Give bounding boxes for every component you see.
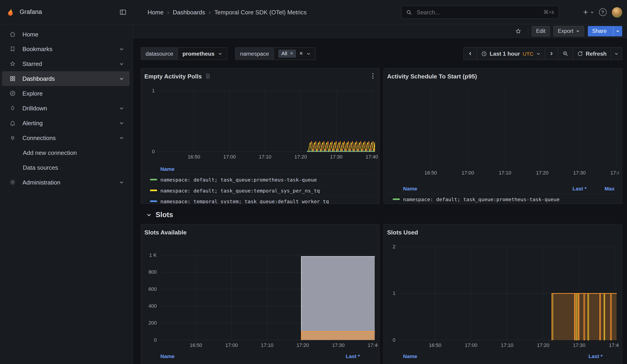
panel-menu-button[interactable] (370, 72, 376, 80)
time-shift-forward-button[interactable] (544, 48, 558, 60)
breadcrumb-separator-icon: › (209, 9, 211, 15)
svg-text:17:40: 17:40 (610, 170, 619, 176)
legend-row[interactable]: namespace: default; task_queue:prometheu… (144, 174, 376, 185)
breadcrumb-dashboards[interactable]: Dashboards (173, 9, 205, 15)
legend-sort-name[interactable]: Name (403, 353, 575, 359)
sidebar-nav: Home Bookmarks Starred (0, 24, 133, 364)
svg-text:17:00: 17:00 (223, 154, 236, 160)
variable-namespace-label: namespace (236, 48, 274, 60)
share-button: Share (588, 26, 622, 36)
timeseries-chart[interactable]: 16:5017:0017:1017:2017:3017:40012 (387, 239, 619, 349)
sidebar-item-label: Home (22, 31, 38, 38)
sidebar-item-data-sources[interactable]: Data sources (2, 160, 129, 175)
variable-datasource-label: datasource (141, 48, 178, 60)
time-shift-back-button[interactable] (464, 48, 476, 60)
refresh-button[interactable]: Refresh (573, 48, 611, 60)
sidebar-item-label: Administration (22, 179, 60, 186)
panel-title[interactable]: Slots Available (144, 228, 187, 235)
legend-row[interactable]: namespace: default; task_queue:temporal_… (144, 185, 376, 196)
sidebar-item-explore[interactable]: Explore (2, 86, 129, 101)
sidebar-item-administration[interactable]: Administration (2, 175, 129, 190)
top-bar: Grafana Home › Dashboards › Temporal Cor… (0, 0, 627, 24)
zoom-out-button[interactable] (558, 48, 573, 60)
legend-sort-name[interactable]: Name (160, 353, 332, 359)
chevron-down-icon (590, 10, 594, 14)
breadcrumb-home[interactable]: Home (148, 9, 163, 15)
legend-label: namespace: default; task_queue:prometheu… (403, 196, 563, 202)
compass-icon (9, 90, 16, 97)
variable-namespace-select[interactable]: All × × (274, 48, 315, 60)
svg-text:400: 400 (149, 303, 157, 309)
svg-text:800: 800 (149, 269, 157, 275)
sidebar-item-add-new-connection[interactable]: Add new connection (2, 145, 129, 160)
breadcrumb-separator-icon: › (167, 9, 169, 15)
panel-empty-activity-polls: Empty Activity Polls 16:5017:0017:1017:2… (141, 68, 379, 204)
favorite-star-button[interactable] (512, 25, 524, 37)
export-button[interactable]: Export (553, 26, 584, 36)
sidebar-item-drilldown[interactable]: Drilldown (2, 101, 129, 116)
edit-button[interactable]: Edit (532, 26, 550, 36)
panel-title[interactable]: Slots Used (387, 228, 418, 235)
sidebar-item-alerting[interactable]: Alerting (2, 116, 129, 130)
svg-text:17:10: 17:10 (261, 342, 273, 348)
help-button[interactable]: ? (597, 6, 609, 18)
chip-remove-icon[interactable]: × (290, 51, 293, 56)
chevron-down-icon (119, 76, 124, 81)
legend-sort-last[interactable]: Last * (575, 353, 603, 359)
brand-name[interactable]: Grafana (20, 8, 42, 16)
legend-sort-name[interactable]: Name (403, 186, 559, 192)
sidebar-item-bookmarks[interactable]: Bookmarks (2, 42, 129, 56)
panel-legend: Name Last * Max namespace: default; task… (387, 185, 619, 204)
search-input[interactable] (416, 9, 540, 16)
legend-row[interactable]: namespace: default; task_queue:prometheu… (387, 194, 619, 204)
time-controls: Last 1 hour UTC (463, 47, 622, 60)
legend-sort-last[interactable]: Last * (559, 186, 587, 192)
variable-datasource-select[interactable]: prometheus (178, 48, 227, 60)
timeseries-chart[interactable]: 16:5017:0017:1017:2017:3017:4001 (144, 83, 378, 163)
chevron-down-icon (119, 61, 124, 66)
refresh-label: Refresh (586, 51, 607, 57)
sidebar-item-home[interactable]: Home (2, 27, 129, 42)
chip-label: All (281, 51, 287, 56)
user-menu-button[interactable] (611, 6, 623, 18)
legend-row[interactable]: namespace: default; task_queue:prometheu… (144, 362, 376, 364)
panel-title[interactable]: Empty Activity Polls (144, 73, 202, 79)
legend-header: Name Last * (387, 352, 619, 362)
panel-legend: Name Last * namespace: default; task_que… (144, 352, 376, 364)
sidebar-item-starred[interactable]: Starred (2, 56, 129, 71)
clear-selection-icon[interactable]: × (300, 51, 303, 56)
legend-sort-max[interactable]: Max (587, 186, 615, 192)
legend-row[interactable]: namespace: default; task_queue:prometheu… (387, 362, 619, 364)
chevron-up-icon (119, 135, 124, 140)
legend-label: namespace: default; task_queue:prometheu… (160, 177, 376, 182)
search-box[interactable]: ⌘+k (401, 6, 559, 19)
export-label: Export (558, 28, 573, 34)
legend-row[interactable]: namespace: temporal_system; task_queue:d… (144, 196, 376, 204)
timezone-label: UTC (523, 51, 533, 56)
collapse-menu-button[interactable] (117, 6, 128, 18)
avatar (612, 7, 622, 18)
row-section-slots[interactable]: Slots (141, 209, 622, 220)
panel-title[interactable]: Activity Schedule To Start (p95) (387, 73, 477, 79)
namespace-value-chip[interactable]: All × (278, 50, 296, 57)
grafana-logo[interactable] (6, 7, 15, 16)
chevron-down-icon (576, 29, 580, 33)
chevron-down-icon (536, 51, 541, 56)
svg-text:17:00: 17:00 (465, 342, 477, 348)
share-main-button[interactable]: Share (588, 26, 611, 36)
dashboard-toolbar: Edit Export Share (133, 24, 627, 38)
svg-text:2: 2 (393, 244, 395, 250)
refresh-interval-button[interactable] (611, 48, 622, 60)
share-menu-button[interactable] (613, 26, 622, 36)
svg-text:17:40: 17:40 (366, 154, 378, 160)
time-range-picker[interactable]: Last 1 hour UTC (476, 48, 544, 60)
legend-sort-name[interactable]: Name (160, 166, 174, 172)
timeseries-chart[interactable]: 16:5017:0017:1017:2017:3017:400200400600… (144, 239, 378, 349)
sidebar-item-connections[interactable]: Connections (2, 130, 129, 145)
sidebar-item-dashboards[interactable]: Dashboards (2, 71, 129, 86)
legend-sort-last[interactable]: Last * (332, 353, 360, 359)
description-icon[interactable] (205, 73, 211, 79)
chevron-down-icon (218, 51, 222, 56)
new-button[interactable] (582, 6, 594, 18)
timeseries-chart[interactable]: 16:5017:0017:1017:2017:3017:40 (387, 83, 619, 182)
